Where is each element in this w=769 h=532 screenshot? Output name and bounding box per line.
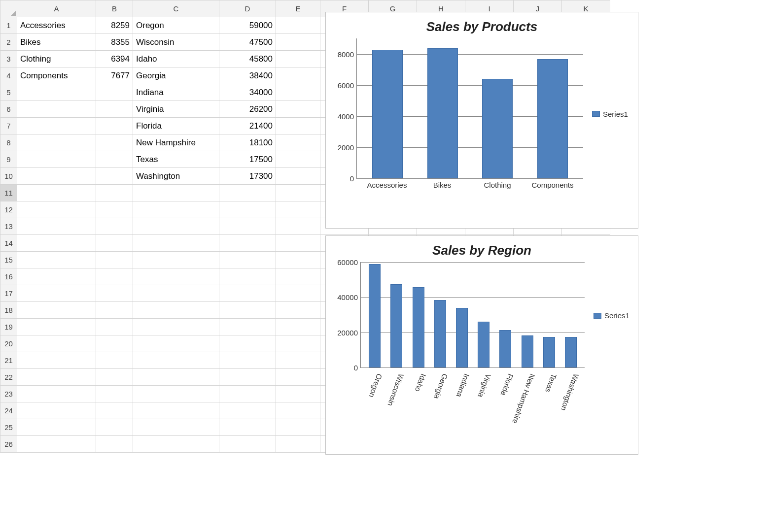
cell-E2[interactable] [276,34,320,51]
cell-B2[interactable]: 8355 [96,34,133,51]
cell-C21[interactable] [133,352,219,369]
cell-D24[interactable] [219,402,276,419]
cell-A14[interactable] [17,235,96,252]
cell-B9[interactable] [96,151,133,168]
row-header-7[interactable]: 7 [0,118,17,134]
cell-B15[interactable] [96,252,133,268]
cell-D17[interactable] [219,285,276,302]
cell-E18[interactable] [276,302,320,319]
cell-B16[interactable] [96,268,133,285]
cell-D10[interactable]: 17300 [219,168,276,185]
cell-D5[interactable]: 34000 [219,84,276,101]
row-header-21[interactable]: 21 [0,352,17,369]
cell-B19[interactable] [96,319,133,335]
row-header-3[interactable]: 3 [0,51,17,67]
cell-C14[interactable] [133,235,219,252]
cell-A19[interactable] [17,319,96,335]
cell-A4[interactable]: Components [17,67,96,84]
cell-A10[interactable] [17,168,96,185]
cell-C25[interactable] [133,419,219,436]
cell-C7[interactable]: Florida [133,118,219,134]
cell-D18[interactable] [219,302,276,319]
row-header-23[interactable]: 23 [0,386,17,402]
cell-D19[interactable] [219,319,276,335]
cell-C3[interactable]: Idaho [133,51,219,67]
cell-E4[interactable] [276,67,320,84]
row-header-24[interactable]: 24 [0,402,17,419]
row-header-6[interactable]: 6 [0,101,17,118]
row-header-8[interactable]: 8 [0,134,17,151]
cell-B23[interactable] [96,386,133,402]
cell-C26[interactable] [133,436,219,453]
cell-E26[interactable] [276,436,320,453]
cell-D9[interactable]: 17500 [219,151,276,168]
select-all-corner[interactable] [0,0,17,17]
cell-B4[interactable]: 7677 [96,67,133,84]
cell-D26[interactable] [219,436,276,453]
cell-A7[interactable] [17,118,96,134]
cell-D21[interactable] [219,352,276,369]
cell-E1[interactable] [276,17,320,34]
cell-B5[interactable] [96,84,133,101]
cell-D22[interactable] [219,369,276,386]
cell-A24[interactable] [17,402,96,419]
row-header-11[interactable]: 11 [0,185,17,201]
cell-C9[interactable]: Texas [133,151,219,168]
cell-B7[interactable] [96,118,133,134]
cell-D7[interactable]: 21400 [219,118,276,134]
row-header-9[interactable]: 9 [0,151,17,168]
cell-E23[interactable] [276,386,320,402]
cell-D3[interactable]: 45800 [219,51,276,67]
row-header-10[interactable]: 10 [0,168,17,185]
cell-E15[interactable] [276,252,320,268]
row-header-5[interactable]: 5 [0,84,17,101]
row-header-17[interactable]: 17 [0,285,17,302]
row-header-14[interactable]: 14 [0,235,17,252]
cell-D15[interactable] [219,252,276,268]
cell-B26[interactable] [96,436,133,453]
cell-B12[interactable] [96,201,133,218]
cell-A13[interactable] [17,218,96,235]
row-header-25[interactable]: 25 [0,419,17,436]
cell-A8[interactable] [17,134,96,151]
cell-D1[interactable]: 59000 [219,17,276,34]
cell-C4[interactable]: Georgia [133,67,219,84]
cell-B24[interactable] [96,402,133,419]
cell-B21[interactable] [96,352,133,369]
cell-C19[interactable] [133,319,219,335]
cell-E19[interactable] [276,319,320,335]
cell-E9[interactable] [276,151,320,168]
cell-A12[interactable] [17,201,96,218]
cell-D13[interactable] [219,218,276,235]
row-header-2[interactable]: 2 [0,34,17,51]
cell-E10[interactable] [276,168,320,185]
cell-A16[interactable] [17,268,96,285]
cell-E8[interactable] [276,134,320,151]
cell-D2[interactable]: 47500 [219,34,276,51]
cell-C8[interactable]: New Hampshire [133,134,219,151]
cell-C1[interactable]: Oregon [133,17,219,34]
row-header-12[interactable]: 12 [0,201,17,218]
cell-B18[interactable] [96,302,133,319]
cell-A18[interactable] [17,302,96,319]
cell-E25[interactable] [276,419,320,436]
cell-A20[interactable] [17,335,96,352]
cell-B17[interactable] [96,285,133,302]
cell-C20[interactable] [133,335,219,352]
cell-C15[interactable] [133,252,219,268]
cell-E7[interactable] [276,118,320,134]
cell-B20[interactable] [96,335,133,352]
cell-E20[interactable] [276,335,320,352]
col-header-B[interactable]: B [96,0,133,17]
cell-C18[interactable] [133,302,219,319]
cell-B25[interactable] [96,419,133,436]
cell-C12[interactable] [133,201,219,218]
cell-D6[interactable]: 26200 [219,101,276,118]
cell-A22[interactable] [17,369,96,386]
col-header-C[interactable]: C [133,0,219,17]
cell-E12[interactable] [276,201,320,218]
chart-sales-by-products[interactable]: Sales by Products 02000400060008000 Acce… [325,12,638,229]
cell-C6[interactable]: Virginia [133,101,219,118]
cell-B6[interactable] [96,101,133,118]
cell-C13[interactable] [133,218,219,235]
